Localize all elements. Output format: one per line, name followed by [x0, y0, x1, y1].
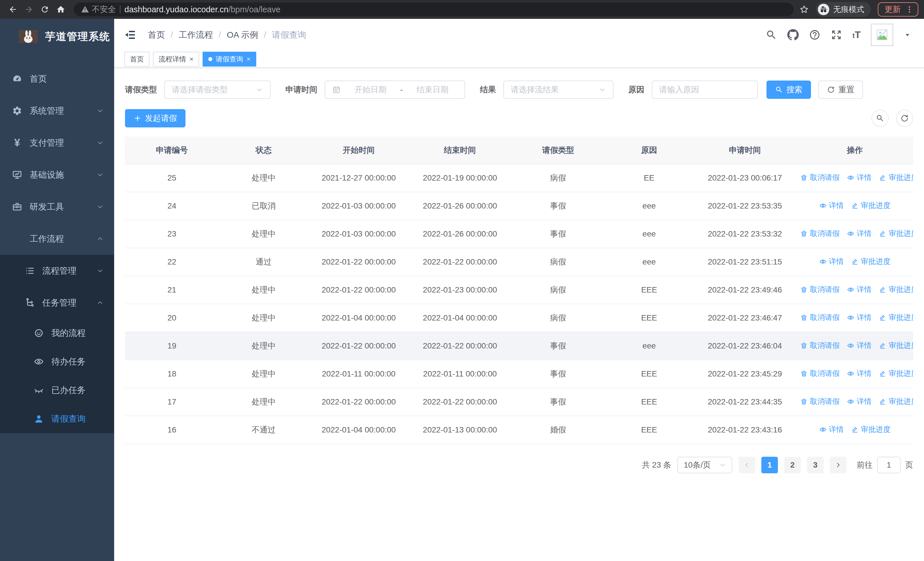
page-size-select[interactable]: 10条/页: [678, 457, 732, 473]
sidebar-item-payment-management[interactable]: ¥ 支付管理: [0, 127, 114, 159]
tab-leave-query[interactable]: 请假查询 ×: [202, 52, 256, 66]
show-search-toggle-button[interactable]: [872, 110, 889, 127]
browser-back-button[interactable]: [6, 2, 20, 17]
github-link[interactable]: [787, 29, 799, 41]
breadcrumb-item[interactable]: OA 示例: [227, 29, 258, 41]
reason-input[interactable]: [652, 81, 758, 99]
detail-link[interactable]: 详情: [847, 173, 872, 182]
detail-link[interactable]: 详情: [819, 424, 844, 435]
progress-link[interactable]: 审批进度: [879, 340, 913, 350]
detail-link[interactable]: 详情: [847, 368, 872, 379]
collapse-sidebar-button[interactable]: [124, 29, 136, 41]
table-row[interactable]: 24 已取消 2022-01-03 00:00:00 2022-01-26 00…: [125, 192, 913, 220]
cancel-leave-link[interactable]: 取消请假: [800, 397, 840, 406]
column-header: 申请时间: [693, 137, 796, 164]
action-label: 取消请假: [810, 313, 840, 322]
cancel-leave-link[interactable]: 取消请假: [800, 313, 840, 322]
app-logo[interactable]: 芋道管理系统: [0, 19, 114, 54]
progress-link[interactable]: 审批进度: [879, 284, 913, 295]
leave-type-select[interactable]: 请选择请假类型: [164, 81, 270, 99]
table-row[interactable]: 19 处理中 2022-01-22 00:00:00 2022-01-22 00…: [125, 332, 913, 360]
tab-process-detail[interactable]: 流程详情 ×: [153, 52, 199, 66]
security-badge[interactable]: 不安全: [81, 4, 116, 15]
breadcrumb-item[interactable]: 工作流程: [178, 29, 213, 41]
cancel-leave-link[interactable]: 取消请假: [800, 340, 840, 350]
cell-apply-time: 2022-01-22 23:53:32: [693, 220, 796, 248]
search-button[interactable]: 搜索: [766, 81, 811, 99]
user-avatar[interactable]: [871, 24, 893, 46]
font-size-button[interactable]: tT: [852, 30, 861, 40]
bookmark-star-button[interactable]: [799, 5, 809, 14]
reset-button[interactable]: 重置: [818, 81, 863, 99]
sidebar-item-leave-query[interactable]: 请假查询: [0, 405, 114, 433]
progress-link[interactable]: 审批进度: [851, 200, 891, 211]
sidebar-item-todo-tasks[interactable]: 待办任务: [0, 347, 114, 376]
progress-link[interactable]: 审批进度: [879, 313, 913, 322]
page-button-1[interactable]: 1: [761, 457, 778, 473]
help-button[interactable]: [809, 29, 820, 41]
plus-icon: [134, 114, 141, 122]
table-row[interactable]: 21 处理中 2022-01-22 00:00:00 2022-01-23 00…: [125, 276, 913, 304]
tab-home[interactable]: 首页: [124, 52, 150, 66]
detail-link[interactable]: 详情: [847, 284, 872, 295]
prev-page-button[interactable]: [738, 457, 755, 473]
top-navbar: 首页/工作流程/OA 示例/请假查询 tT: [114, 19, 924, 51]
dots-vertical-icon[interactable]: [905, 5, 914, 14]
table-row[interactable]: 16 不通过 2022-01-04 00:00:00 2022-01-13 00…: [125, 416, 913, 444]
progress-link[interactable]: 审批进度: [879, 368, 913, 379]
cell-leave-type: 病假: [511, 164, 605, 192]
update-button[interactable]: 更新: [878, 2, 918, 17]
sidebar-item-process-management[interactable]: 流程管理: [0, 255, 114, 287]
tab-close-icon[interactable]: ×: [189, 56, 194, 63]
breadcrumb-item[interactable]: 首页: [148, 29, 165, 41]
detail-link[interactable]: 详情: [847, 397, 872, 406]
next-page-button[interactable]: [830, 457, 846, 473]
goto-page-input[interactable]: [877, 457, 901, 473]
result-select[interactable]: 请选择流结果: [503, 81, 614, 99]
cancel-leave-link[interactable]: 取消请假: [800, 284, 840, 295]
detail-link[interactable]: 详情: [847, 340, 872, 350]
sidebar-item-done-tasks[interactable]: 已办任务: [0, 376, 114, 405]
refresh-table-button[interactable]: [896, 110, 913, 127]
table-row[interactable]: 20 处理中 2022-01-04 00:00:00 2022-01-04 00…: [125, 304, 913, 332]
table-row[interactable]: 22 通过 2022-01-22 00:00:00 2022-01-22 00:…: [125, 248, 913, 276]
fullscreen-button[interactable]: [831, 29, 842, 41]
sidebar-item-system-management[interactable]: 系统管理: [0, 95, 114, 127]
apply-time-range-picker[interactable]: 开始日期 - 结束日期: [325, 81, 465, 99]
detail-link[interactable]: 详情: [819, 200, 844, 211]
page-button-3[interactable]: 3: [807, 457, 824, 473]
sidebar-item-task-management[interactable]: 任务管理: [0, 287, 114, 319]
tab-close-icon[interactable]: ×: [246, 56, 250, 63]
browser-forward-button[interactable]: [22, 2, 36, 17]
progress-link[interactable]: 审批进度: [879, 229, 913, 239]
cancel-leave-link[interactable]: 取消请假: [800, 368, 840, 379]
browser-reload-button[interactable]: [38, 2, 52, 17]
user-menu-caret[interactable]: [903, 31, 912, 39]
table-row[interactable]: 23 处理中 2022-01-03 00:00:00 2022-01-26 00…: [125, 220, 913, 248]
detail-link[interactable]: 详情: [847, 313, 872, 322]
table-row[interactable]: 18 处理中 2022-01-11 00:00:00 2022-01-11 00…: [125, 360, 913, 388]
tree-icon: [23, 298, 36, 308]
sidebar-item-home[interactable]: 首页: [0, 63, 114, 95]
address-bar[interactable]: 不安全 dashboard.yudao.iocoder.cn/bpm/oa/le…: [74, 3, 794, 16]
page-button-2[interactable]: 2: [784, 457, 801, 473]
sidebar-item-infrastructure[interactable]: 基础设施: [0, 159, 114, 191]
incognito-label: 无痕模式: [833, 4, 864, 15]
header-search-button[interactable]: [766, 29, 777, 41]
table-row[interactable]: 25 处理中 2021-12-27 00:00:00 2022-01-19 00…: [125, 164, 913, 192]
browser-home-button[interactable]: [54, 2, 68, 17]
progress-link[interactable]: 审批进度: [851, 257, 891, 266]
sidebar-item-dev-tools[interactable]: 研发工具: [0, 191, 114, 223]
detail-link[interactable]: 详情: [819, 257, 844, 266]
detail-link[interactable]: 详情: [847, 229, 872, 239]
app-frame: 芋道管理系统 首页 系统管理 ¥ 支付管理 基础设施 研发工具 工作流程 流程管…: [0, 19, 924, 561]
cancel-leave-link[interactable]: 取消请假: [800, 229, 840, 239]
progress-link[interactable]: 审批进度: [879, 173, 913, 182]
progress-link[interactable]: 审批进度: [879, 397, 913, 406]
progress-link[interactable]: 审批进度: [851, 424, 891, 435]
create-leave-button[interactable]: 发起请假: [125, 109, 186, 127]
cancel-leave-link[interactable]: 取消请假: [800, 173, 840, 182]
sidebar-item-my-processes[interactable]: 我的流程: [0, 319, 114, 347]
table-row[interactable]: 17 处理中 2022-01-22 00:00:00 2022-01-22 00…: [125, 388, 913, 416]
sidebar-item-workflow[interactable]: 工作流程: [0, 223, 114, 255]
